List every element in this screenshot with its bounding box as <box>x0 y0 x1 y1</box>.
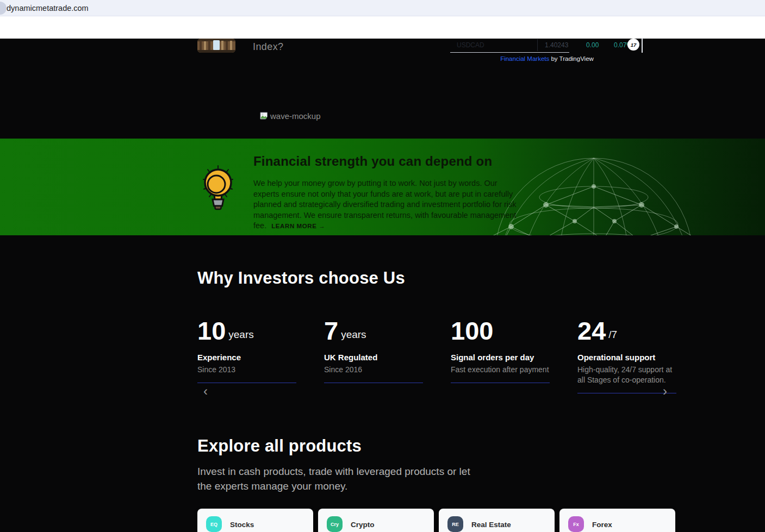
product-label: Stocks <box>230 521 254 529</box>
article-title-fragment[interactable]: Index? <box>253 41 283 53</box>
stat-underline <box>197 383 296 383</box>
product-card-real-estate[interactable]: RE Real Estate <box>439 509 555 532</box>
stat-title: UK Regulated <box>324 353 423 362</box>
crypto-badge-icon: Cry <box>327 516 343 532</box>
broken-image-icon <box>260 112 269 120</box>
stocks-badge-icon: EQ <box>206 516 222 532</box>
stat-suffix: years <box>341 329 366 343</box>
stat-desc: High-quality, 24/7 support at all Stages… <box>577 365 676 385</box>
product-card-forex[interactable]: Fx Forex <box>559 509 675 532</box>
broken-image-alt: wave-mockup <box>270 111 321 121</box>
ticker-divider <box>537 39 538 51</box>
stat-value: 24 <box>577 318 606 343</box>
explore-products-heading: Explore all products <box>197 436 362 456</box>
stat-desc: Since 2013 <box>197 365 296 375</box>
forex-badge-icon: Fx <box>568 516 584 532</box>
product-cards-row: EQ Stocks Cry Crypto RE Real Estate Fx F… <box>197 509 675 532</box>
stat-signal-orders: 100 Signal orders per day Fast execution… <box>451 315 550 383</box>
product-label: Forex <box>592 521 612 529</box>
article-thumbnail[interactable] <box>197 39 235 53</box>
stat-value: 10 <box>197 318 226 343</box>
learn-more-link[interactable]: LEARN MORE → <box>271 223 325 229</box>
ticker-price: 1.40243 <box>545 41 568 49</box>
stat-suffix: /7 <box>608 329 617 343</box>
stat-underline <box>451 383 550 383</box>
stat-operational-support: 24 /7 Operational support High-quality, … <box>577 315 676 393</box>
stat-suffix: years <box>228 329 253 343</box>
broken-image-row: wave-mockup <box>260 111 321 121</box>
stat-value: 100 <box>451 318 493 343</box>
stat-title: Operational support <box>577 353 676 362</box>
stat-value: 7 <box>324 318 338 343</box>
stat-underline <box>324 383 423 383</box>
white-strip <box>0 16 765 39</box>
product-card-stocks[interactable]: EQ Stocks <box>197 509 313 532</box>
ticker-change: 0.00 <box>586 41 599 49</box>
explore-products-description: Invest in cash products, trade with leve… <box>197 464 486 493</box>
stat-experience: 10 years Experience Since 2013 <box>197 315 296 383</box>
tradingview-widget: USDCAD 1.40243 0.00 0.07% 17 Financial M… <box>450 39 644 65</box>
stat-desc: Fast execution after payment <box>451 365 550 375</box>
financial-markets-link[interactable]: Financial Markets <box>500 55 549 62</box>
stat-uk-regulated: 7 years UK Regulated Since 2016 <box>324 315 423 383</box>
product-label: Real Estate <box>471 521 511 529</box>
why-investors-heading: Why Investors choose Us <box>197 268 405 288</box>
ticker-row[interactable]: USDCAD 1.40243 0.00 0.07% 17 <box>450 39 644 52</box>
tradingview-attribution: Financial Markets by TradingView <box>450 55 644 62</box>
trading-floor-image <box>197 39 235 53</box>
lightbulb-icon <box>202 165 234 210</box>
financial-strength-body: We help your money grow by putting it to… <box>253 178 525 232</box>
real-estate-badge-icon: RE <box>447 516 463 532</box>
carousel-prev-arrow-icon[interactable]: ‹ <box>203 386 208 397</box>
stat-title: Signal orders per day <box>451 353 550 362</box>
product-card-crypto[interactable]: Cry Crypto <box>318 509 434 532</box>
ticker-symbol: USDCAD <box>457 41 484 49</box>
product-label: Crypto <box>351 521 375 529</box>
ticker-underline <box>450 52 569 53</box>
browser-url-bar[interactable]: dynamicmetatrade.com <box>0 0 765 16</box>
page-url: dynamicmetatrade.com <box>7 4 89 12</box>
stat-title: Experience <box>197 353 296 362</box>
widget-scrollbar <box>642 38 643 53</box>
tradingview-logo-icon[interactable]: 17 <box>627 39 639 51</box>
stat-desc: Since 2016 <box>324 365 423 375</box>
financial-strength-section: Financial strength you can depend on We … <box>0 139 765 235</box>
attribution-text: by TradingView <box>549 55 594 62</box>
financial-strength-heading: Financial strength you can depend on <box>253 154 525 169</box>
stat-underline <box>577 393 676 393</box>
browser-tab-dot <box>0 2 7 15</box>
carousel-next-arrow-icon[interactable]: › <box>663 386 667 397</box>
